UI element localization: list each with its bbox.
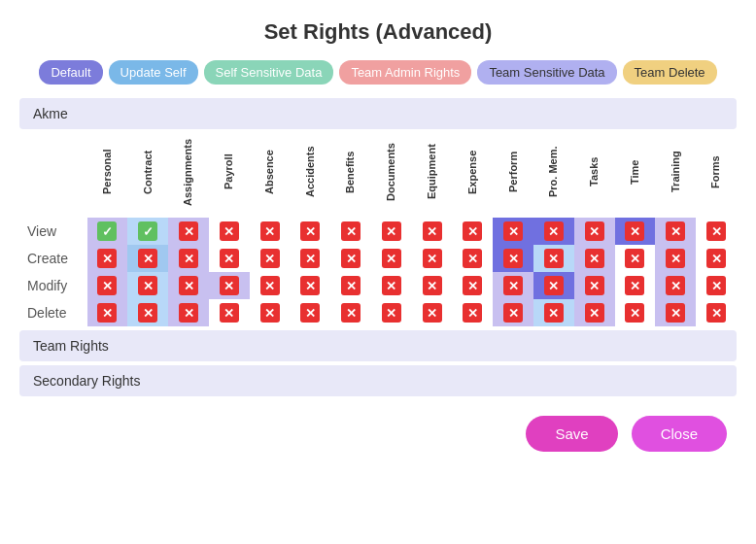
cell-create-12[interactable]: ✕ bbox=[574, 245, 615, 272]
tab-team-sensitive[interactable]: Team Sensitive Data bbox=[477, 60, 616, 85]
cell-view-4[interactable]: ✕ bbox=[250, 218, 291, 245]
cell-x-icon: ✕ bbox=[666, 221, 685, 241]
col-training: Training bbox=[655, 133, 696, 218]
cell-delete-7[interactable]: ✕ bbox=[371, 299, 412, 326]
cell-x-icon: ✕ bbox=[423, 249, 442, 268]
cell-modify-15[interactable]: ✕ bbox=[696, 272, 737, 299]
cell-create-0[interactable]: ✕ bbox=[87, 245, 128, 272]
cell-modify-2[interactable]: ✕ bbox=[168, 272, 209, 299]
row-label-create: Create bbox=[19, 245, 87, 272]
tab-team-admin[interactable]: Team Admin Rights bbox=[339, 60, 471, 85]
cell-x-icon: ✕ bbox=[463, 276, 482, 295]
cell-modify-4[interactable]: ✕ bbox=[250, 272, 291, 299]
cell-x-icon: ✕ bbox=[179, 276, 198, 295]
cell-delete-0[interactable]: ✕ bbox=[87, 299, 128, 326]
cell-delete-10[interactable]: ✕ bbox=[493, 299, 533, 326]
cell-modify-11[interactable]: ✕ bbox=[533, 272, 574, 299]
tab-self-sensitive[interactable]: Self Sensitive Data bbox=[204, 60, 334, 85]
close-button[interactable]: Close bbox=[632, 416, 727, 452]
cell-delete-4[interactable]: ✕ bbox=[250, 299, 291, 326]
tab-default[interactable]: Default bbox=[39, 60, 102, 85]
cell-create-3[interactable]: ✕ bbox=[209, 245, 250, 272]
cell-modify-1[interactable]: ✕ bbox=[127, 272, 168, 299]
table-row: Create✕✕✕✕✕✕✕✕✕✕✕✕✕✕✕✕ bbox=[19, 245, 737, 272]
cell-view-7[interactable]: ✕ bbox=[371, 218, 412, 245]
cell-x-icon: ✕ bbox=[585, 303, 604, 323]
cell-create-4[interactable]: ✕ bbox=[250, 245, 291, 272]
cell-x-icon: ✕ bbox=[260, 303, 280, 323]
cell-view-1[interactable]: ✓ bbox=[127, 218, 168, 245]
col-equipment: Equipment bbox=[412, 133, 453, 218]
cell-create-10[interactable]: ✕ bbox=[493, 245, 533, 272]
cell-create-6[interactable]: ✕ bbox=[330, 245, 371, 272]
cell-modify-6[interactable]: ✕ bbox=[330, 272, 371, 299]
cell-view-13[interactable]: ✕ bbox=[615, 218, 656, 245]
col-payroll: Payroll bbox=[209, 133, 250, 218]
cell-create-14[interactable]: ✕ bbox=[655, 245, 696, 272]
cell-view-10[interactable]: ✕ bbox=[493, 218, 533, 245]
cell-modify-12[interactable]: ✕ bbox=[574, 272, 615, 299]
cell-x-icon: ✕ bbox=[220, 303, 239, 323]
label-spacer bbox=[19, 133, 87, 218]
cell-view-15[interactable]: ✕ bbox=[696, 218, 737, 245]
cell-x-icon: ✕ bbox=[220, 249, 239, 268]
cell-delete-8[interactable]: ✕ bbox=[412, 299, 453, 326]
cell-create-1[interactable]: ✕ bbox=[127, 245, 168, 272]
save-button[interactable]: Save bbox=[526, 416, 617, 452]
cell-delete-5[interactable]: ✕ bbox=[290, 299, 330, 326]
cell-create-8[interactable]: ✕ bbox=[412, 245, 453, 272]
footer-row: Save Close bbox=[19, 400, 737, 452]
cell-delete-3[interactable]: ✕ bbox=[209, 299, 250, 326]
cell-x-icon: ✕ bbox=[423, 221, 442, 241]
cell-view-6[interactable]: ✕ bbox=[330, 218, 371, 245]
cell-modify-0[interactable]: ✕ bbox=[87, 272, 128, 299]
cell-modify-5[interactable]: ✕ bbox=[290, 272, 330, 299]
cell-delete-1[interactable]: ✕ bbox=[127, 299, 168, 326]
cell-view-2[interactable]: ✕ bbox=[168, 218, 209, 245]
cell-delete-2[interactable]: ✕ bbox=[168, 299, 209, 326]
cell-modify-7[interactable]: ✕ bbox=[371, 272, 412, 299]
cell-modify-8[interactable]: ✕ bbox=[412, 272, 453, 299]
cell-view-11[interactable]: ✕ bbox=[533, 218, 574, 245]
cell-create-7[interactable]: ✕ bbox=[371, 245, 412, 272]
tab-update-self[interactable]: Update Self bbox=[109, 60, 198, 85]
cell-x-icon: ✕ bbox=[300, 303, 320, 323]
cell-x-icon: ✕ bbox=[300, 249, 320, 268]
cell-delete-6[interactable]: ✕ bbox=[330, 299, 371, 326]
cell-x-icon: ✕ bbox=[260, 249, 280, 268]
cell-view-12[interactable]: ✕ bbox=[574, 218, 615, 245]
cell-x-icon: ✕ bbox=[138, 276, 157, 295]
cell-delete-9[interactable]: ✕ bbox=[453, 299, 494, 326]
cell-create-11[interactable]: ✕ bbox=[533, 245, 574, 272]
cell-delete-11[interactable]: ✕ bbox=[533, 299, 574, 326]
cell-create-5[interactable]: ✕ bbox=[290, 245, 330, 272]
cell-x-icon: ✕ bbox=[544, 276, 564, 295]
cell-delete-15[interactable]: ✕ bbox=[696, 299, 737, 326]
cell-view-3[interactable]: ✕ bbox=[209, 218, 250, 245]
cell-create-15[interactable]: ✕ bbox=[696, 245, 737, 272]
cell-create-9[interactable]: ✕ bbox=[453, 245, 494, 272]
cell-view-8[interactable]: ✕ bbox=[412, 218, 453, 245]
tab-team-delete[interactable]: Team Delete bbox=[623, 60, 717, 85]
cell-create-13[interactable]: ✕ bbox=[615, 245, 656, 272]
cell-x-icon: ✕ bbox=[544, 303, 564, 323]
cell-x-icon: ✕ bbox=[341, 221, 361, 241]
cell-view-9[interactable]: ✕ bbox=[453, 218, 494, 245]
cell-modify-13[interactable]: ✕ bbox=[615, 272, 656, 299]
cell-delete-12[interactable]: ✕ bbox=[574, 299, 615, 326]
rights-table: Personal Contract Assignments Payroll Ab… bbox=[19, 133, 737, 326]
cell-x-icon: ✕ bbox=[382, 303, 401, 323]
cell-x-icon: ✕ bbox=[341, 249, 361, 268]
cell-modify-10[interactable]: ✕ bbox=[493, 272, 533, 299]
section-secondary-rights: Secondary Rights bbox=[19, 365, 737, 396]
table-row: Modify✕✕✕✕✕✕✕✕✕✕✕✕✕✕✕✕ bbox=[19, 272, 737, 299]
cell-view-0[interactable]: ✓ bbox=[87, 218, 128, 245]
cell-delete-14[interactable]: ✕ bbox=[655, 299, 696, 326]
cell-view-5[interactable]: ✕ bbox=[290, 218, 330, 245]
cell-view-14[interactable]: ✕ bbox=[655, 218, 696, 245]
cell-modify-9[interactable]: ✕ bbox=[453, 272, 494, 299]
cell-delete-13[interactable]: ✕ bbox=[615, 299, 656, 326]
cell-modify-3[interactable]: ✕ bbox=[209, 272, 250, 299]
cell-create-2[interactable]: ✕ bbox=[168, 245, 209, 272]
cell-modify-14[interactable]: ✕ bbox=[655, 272, 696, 299]
